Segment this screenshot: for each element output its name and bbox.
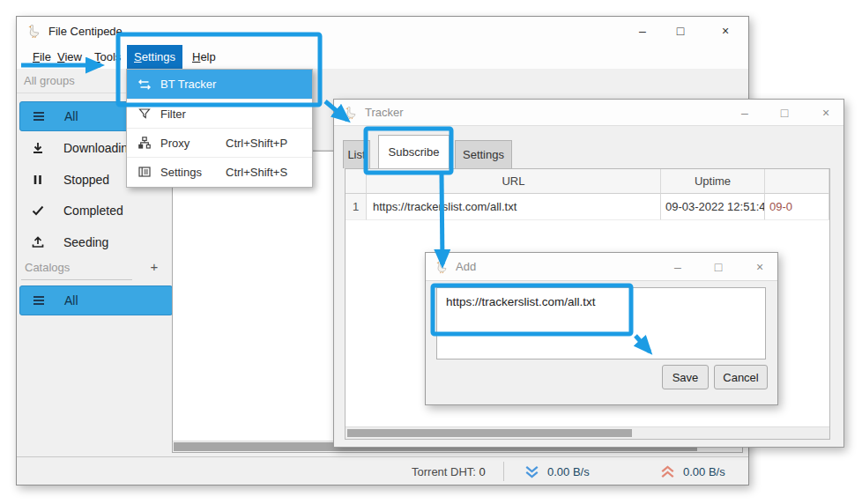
sidebar-item-completed[interactable]: Completed [19,197,173,224]
header-index[interactable] [346,169,367,194]
hamburger-icon [31,293,47,308]
main-window-title: File Centipede [48,25,123,38]
sidebar-item-label: Downloading [63,141,135,155]
hamburger-icon [31,108,47,124]
table-row[interactable]: 1 https://trackerslist.com/all.txt 09-03… [346,194,829,220]
screenshot-stage: File Centipede – □ × File View Tools Set… [0,0,862,504]
menu-item-help[interactable]: Help [185,45,223,69]
settings-dropdown-menu: BT Tracker Filter Proxy Ctrl+Shift+P Set… [126,69,313,188]
menu-item-shortcut: Ctrl+Shift+S [226,166,287,179]
cancel-button[interactable]: Cancel [714,365,768,389]
header-extra[interactable] [765,169,829,194]
tracker-titlebar[interactable]: Tracker – □ × [334,100,843,126]
maximize-button[interactable]: □ [705,253,732,280]
statusbar: Torrent DHT: 0 0.00 B/s 0.00 B/s [17,456,748,485]
menu-item-proxy[interactable]: Proxy Ctrl+Shift+P [127,128,312,157]
minimize-button[interactable]: – [732,100,758,125]
menu-item-tools[interactable]: Tools [87,45,128,69]
menu-item-label: BT Tracker [160,78,216,91]
cell-extra: 09-0 [765,194,829,220]
sidebar-item-label: Stopped [63,173,109,187]
sidebar-item-label: All [64,293,78,308]
double-chevron-up-icon [658,464,677,479]
close-button[interactable]: × [712,17,739,45]
settings-icon [137,165,152,179]
bt-tracker-icon [137,78,152,92]
menubar: File View Tools Settings Help [17,45,748,69]
download-icon [30,140,46,156]
add-catalog-button[interactable]: + [145,259,163,277]
main-titlebar[interactable]: File Centipede – □ × [17,17,748,45]
minimize-button[interactable]: – [629,17,656,45]
upload-speed-status: 0.00 B/s [658,457,725,485]
url-input[interactable]: https://trackerslist.com/all.txt [436,287,766,359]
save-button[interactable]: Save [662,365,709,389]
menu-item-view[interactable]: View [50,45,89,69]
catalogs-divider [21,279,132,280]
app-goose-icon [435,260,449,274]
menu-item-bt-tracker[interactable]: BT Tracker [127,70,312,99]
tab-list[interactable]: List [343,140,370,168]
menu-item-filter[interactable]: Filter [127,99,312,128]
sidebar-item-catalog-all[interactable]: All [19,285,173,315]
table-header-row: URL Uptime [346,169,829,194]
menu-item-settings[interactable]: Settings Ctrl+Shift+S [127,157,312,186]
cell-index: 1 [346,194,367,220]
menu-item-label: Proxy [160,137,189,150]
menu-item-shortcut: Ctrl+Shift+P [226,137,287,150]
proxy-icon [137,136,152,150]
menu-item-settings[interactable]: Settings [127,45,182,69]
add-dialog-title: Add [456,260,476,273]
minimize-button[interactable]: – [665,253,691,280]
scrollbar-thumb[interactable] [347,429,632,437]
maximize-button[interactable]: □ [667,17,694,45]
pause-icon [30,172,46,188]
download-speed-status: 0.00 B/s [523,457,590,485]
double-chevron-down-icon [523,464,541,479]
add-dialog-titlebar[interactable]: Add – □ × [426,253,777,281]
sidebar-item-label: All [64,109,78,123]
dht-count: 0 [479,465,486,478]
horizontal-scrollbar[interactable] [346,426,829,439]
upload-speed: 0.00 B/s [683,465,725,478]
header-url[interactable]: URL [367,169,661,194]
dht-status: Torrent DHT: 0 [412,457,486,485]
close-button[interactable]: × [747,253,773,280]
app-goose-icon [26,24,41,39]
download-speed: 0.00 B/s [547,465,590,478]
check-icon [30,203,46,219]
maximize-button[interactable]: □ [771,100,798,125]
tab-settings[interactable]: Settings [455,140,512,168]
close-button[interactable]: × [813,100,839,125]
header-uptime[interactable]: Uptime [661,169,765,194]
statusbar-divider [503,462,504,481]
sidebar-item-label: Completed [63,204,123,218]
menu-item-label: Filter [160,107,186,121]
sidebar-item-label: Seeding [63,235,108,249]
sidebar-item-seeding[interactable]: Seeding [19,229,173,256]
app-goose-icon [344,106,358,120]
tab-subscribe[interactable]: Subscribe [378,135,450,168]
filter-icon [137,107,152,121]
add-dialog: Add – □ × https://trackerslist.com/all.t… [425,252,778,405]
cell-uptime: 09-03-2022 12:51:44 [661,194,765,220]
upload-icon [30,234,46,250]
tracker-window-title: Tracker [365,106,404,119]
menu-item-label: Settings [160,166,202,179]
cell-url: https://trackerslist.com/all.txt [367,194,661,220]
